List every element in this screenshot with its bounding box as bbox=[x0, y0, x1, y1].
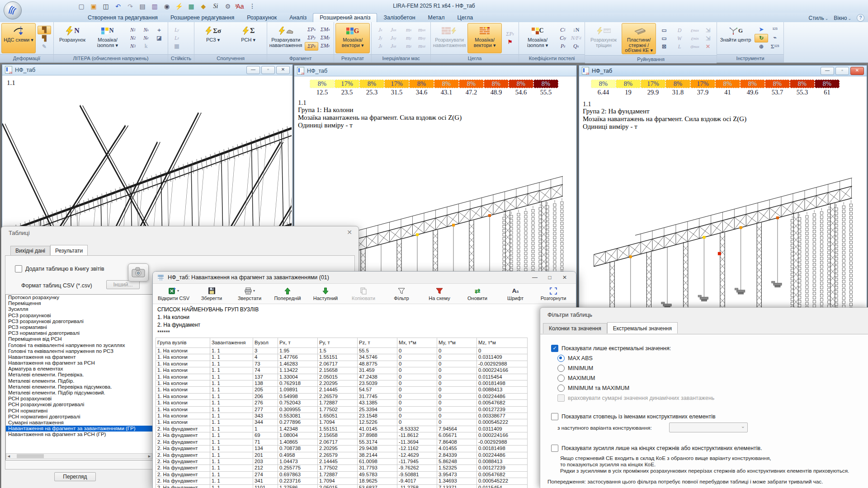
radio-button[interactable] bbox=[557, 375, 565, 382]
filter-tab-колонки-та-значення[interactable]: Колонки та значення bbox=[543, 323, 607, 333]
scale-cell[interactable]: 17% bbox=[384, 80, 409, 88]
radio-row-max-abs[interactable]: MAX ABS bbox=[557, 355, 593, 362]
rotate-icon[interactable]: ↻ bbox=[755, 34, 768, 42]
ribbon-small-button-Ly[interactable]: Ly bbox=[170, 26, 183, 34]
scale-cell[interactable]: 17% bbox=[641, 80, 665, 88]
quick-calc-icon[interactable]: ⚡ bbox=[175, 2, 184, 11]
ribbon-button-рсз[interactable]: ΣσРСЗ ▾ bbox=[196, 23, 230, 53]
checkbox-unchecked[interactable] bbox=[15, 265, 22, 272]
scale-cell[interactable]: 8% bbox=[715, 80, 740, 88]
ribbon-small-button-My[interactable]: ΣMy bbox=[319, 34, 331, 42]
minimize-button[interactable]: — bbox=[821, 67, 834, 75]
color-scale[interactable]: 8%17%8%17%8%8%8%8%8%8% bbox=[310, 80, 558, 88]
ribbon-small-button-mux[interactable]: mux bbox=[415, 26, 428, 34]
ribbon-small-button-Qx[interactable]: Qx bbox=[570, 42, 582, 50]
table-row[interactable]: 1. На колони1. 12760.7520431.7288743.138… bbox=[156, 400, 528, 406]
ribbon-tab-розширений-аналіз[interactable]: Розширений аналіз bbox=[313, 13, 377, 22]
minimize-button[interactable]: — bbox=[246, 66, 260, 74]
table-row[interactable]: 1. На колони1. 131.951.555.5000 bbox=[156, 348, 528, 354]
close-button[interactable]: ✕ bbox=[558, 274, 571, 281]
column-header[interactable]: Вузол bbox=[253, 338, 278, 348]
model-3d-icon[interactable]: ▦ bbox=[187, 2, 196, 11]
maximize-button[interactable]: □ bbox=[543, 274, 557, 281]
ribbon-tab-розширене-редагування[interactable]: Розширене редагування bbox=[164, 14, 241, 22]
table-row[interactable]: 2. На фундамент1. 1711.408652.0671755.31… bbox=[156, 439, 528, 445]
ribbon-tab-метал[interactable]: Метал bbox=[422, 14, 451, 22]
scroll-thumb[interactable] bbox=[17, 454, 44, 458]
ribbon-button-рсн[interactable]: ΣРСН ▾ bbox=[231, 23, 265, 53]
ribbon-small-button-Pz[interactable]: ΣPz bbox=[305, 42, 318, 51]
menu-вікно[interactable]: Вікно⌄ bbox=[834, 15, 851, 21]
ribbon-small-button-N1[interactable]: N1 bbox=[127, 26, 139, 34]
radio-row-minimum[interactable]: MINIMUM bbox=[557, 365, 593, 372]
ribbon-small-button-Py[interactable]: ΣPy bbox=[305, 34, 318, 42]
toolbar-button-csv[interactable]: ▾Відкрити CSV bbox=[155, 286, 193, 301]
column-header[interactable]: Px, т bbox=[278, 338, 318, 348]
struct-names-checkbox-row[interactable]: Показувати стовпець із іменами конструкт… bbox=[551, 413, 716, 420]
table-row[interactable]: 2. На фундамент1. 13410.2237161.709418.9… bbox=[156, 478, 528, 484]
table-row[interactable]: 1. На колони1. 1741.134222.1565831.45900… bbox=[156, 367, 528, 374]
radio-button[interactable] bbox=[557, 365, 565, 372]
table-row[interactable]: 2. На фундамент1. 12740.6978631.7288749.… bbox=[156, 471, 528, 478]
ribbon-small-button-Juy[interactable]: Juy bbox=[387, 34, 400, 42]
emax-icon[interactable]: ⇲ bbox=[702, 35, 714, 42]
qat-more-icon[interactable]: ᎒ bbox=[248, 2, 257, 11]
window-titlebar[interactable]: LIRA-FEM 2025 R1 x64 - НФ_таб ▢▣◫↶↷▤▥◉⚡▦… bbox=[0, 0, 868, 13]
ribbon-small-button-C1[interactable]: C1 bbox=[557, 26, 569, 34]
toolbar-button-floppy[interactable]: Зберегти bbox=[193, 286, 231, 301]
scale-cell[interactable]: 8% bbox=[409, 80, 434, 88]
ribbon-tab-цегла[interactable]: Цегла bbox=[451, 14, 480, 22]
snapshot-camera-icon[interactable] bbox=[128, 263, 149, 282]
toolbar-button-up[interactable]: Попередній bbox=[269, 286, 307, 301]
ribbon-tab-залізобетон[interactable]: Залізобетон bbox=[377, 14, 421, 22]
ribbon-small-button-Ns[interactable]: Ns bbox=[140, 26, 152, 34]
table-row[interactable]: 1. На колони1. 11371.330042.0501547.2438… bbox=[156, 374, 528, 380]
ribbon-small-button-N2[interactable]: N2 bbox=[127, 34, 139, 42]
ribbon-button-розрахувати-навантаження[interactable]: Розрахувати навантаження bbox=[269, 23, 303, 53]
toolbar-button-funnel-red[interactable]: На схему bbox=[420, 286, 458, 301]
scale-cell[interactable]: 17% bbox=[335, 80, 359, 88]
app-logo-icon[interactable] bbox=[4, 1, 22, 19]
toolbar-button-printer[interactable]: ▾Зверстати bbox=[231, 286, 269, 301]
scale-cell[interactable]: 8% bbox=[765, 80, 790, 88]
ribbon-button-розрахунок-тріщин[interactable]: Розрахунок тріщин bbox=[586, 23, 621, 54]
scale-cell[interactable]: 8% bbox=[665, 80, 690, 88]
model-window-middle-titlebar[interactable]: НФ_таб bbox=[294, 66, 576, 76]
ribbon-small-button-Cty[interactable]: Cty bbox=[557, 34, 569, 42]
ribbon-button-ндс-схеми[interactable]: НДС схеми ▾ bbox=[1, 23, 36, 53]
toolbar-button-expand[interactable]: Розгорнути bbox=[534, 286, 572, 301]
prism-icon[interactable]: ◪ bbox=[153, 34, 165, 42]
ribbon-button-мозаїка-ізополя[interactable]: CМозаїка/ ізополя ▾ bbox=[520, 23, 555, 53]
scale-cell[interactable]: 17% bbox=[690, 80, 715, 88]
ribbon-small-button-L[interactable]: L bbox=[673, 43, 686, 51]
toolbar-button-copy[interactable]: Копіювати bbox=[344, 286, 382, 301]
sum123-icon[interactable]: Σ¹²³ bbox=[769, 43, 781, 51]
close-button[interactable]: ✕ bbox=[850, 67, 864, 75]
N-icon[interactable]: ↓N bbox=[570, 26, 582, 34]
ribbon-tab-розрахунок[interactable]: Розрахунок bbox=[241, 14, 283, 22]
magnet-icon[interactable]: ⌁ bbox=[769, 34, 781, 42]
scale-cell[interactable]: 8% bbox=[359, 80, 384, 88]
menu-стиль[interactable]: Стиль⌄ bbox=[809, 15, 829, 21]
dialog-tab-вихідні-дані[interactable]: Вихідні дані bbox=[10, 246, 50, 256]
show-extreme-checkbox-row[interactable]: ✓ Показувати лише екстремальні значення: bbox=[551, 345, 671, 352]
ribbon-small-button-Lz[interactable]: Lz bbox=[170, 34, 183, 42]
variant-combobox[interactable] bbox=[669, 422, 748, 432]
ribbon-button-знайти-центр[interactable]: GЗнайти центр bbox=[718, 23, 753, 53]
scroll-right-icon[interactable]: ▶ bbox=[147, 455, 152, 458]
toolbar-button-funnel[interactable]: Фільтр bbox=[382, 286, 420, 301]
ribbon-button-мозаїка-вектори[interactable]: GМозаїка/ вектори ▾ bbox=[335, 23, 370, 53]
ribbon-small-button-D[interactable]: D bbox=[673, 27, 686, 34]
err-icon[interactable]: ✕ bbox=[702, 43, 714, 51]
scale-cell[interactable]: 8% bbox=[616, 80, 641, 88]
ribbon-small-button-Jux[interactable]: Jux bbox=[387, 26, 400, 34]
ruler-icon[interactable]: ▭ bbox=[658, 27, 670, 34]
checkbox-unchecked[interactable] bbox=[551, 413, 558, 420]
maximize-button[interactable]: ▫ bbox=[261, 66, 275, 74]
results-table-container[interactable]: Група вузлівЗавантаженняВузолPx, тPy, тP… bbox=[156, 338, 576, 488]
help-icon[interactable]: ? bbox=[857, 14, 864, 22]
rulerX-icon[interactable]: ⊠ bbox=[658, 43, 670, 51]
add-to-report-checkbox-row[interactable]: Додати таблицю в Книгу звітів bbox=[15, 265, 104, 272]
ribbon-small-button-muz[interactable]: muz bbox=[415, 42, 428, 50]
checkbox-disabled[interactable] bbox=[557, 394, 565, 402]
